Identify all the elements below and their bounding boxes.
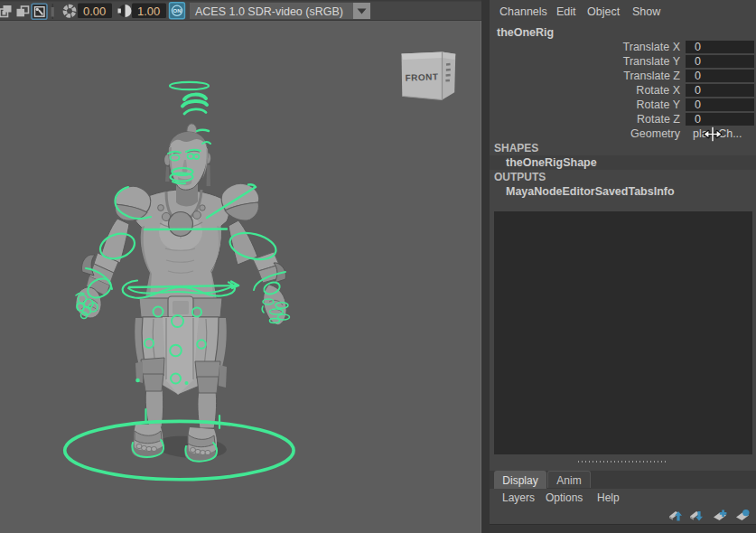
- svg-text:1.00: 1.00: [137, 5, 160, 18]
- svg-text:0.00: 0.00: [83, 5, 106, 18]
- svg-text:ON: ON: [173, 8, 182, 14]
- svg-text:FRONT: FRONT: [405, 71, 438, 82]
- svg-text:ACES 1.0 SDR-video (sRGB): ACES 1.0 SDR-video (sRGB): [195, 5, 343, 18]
